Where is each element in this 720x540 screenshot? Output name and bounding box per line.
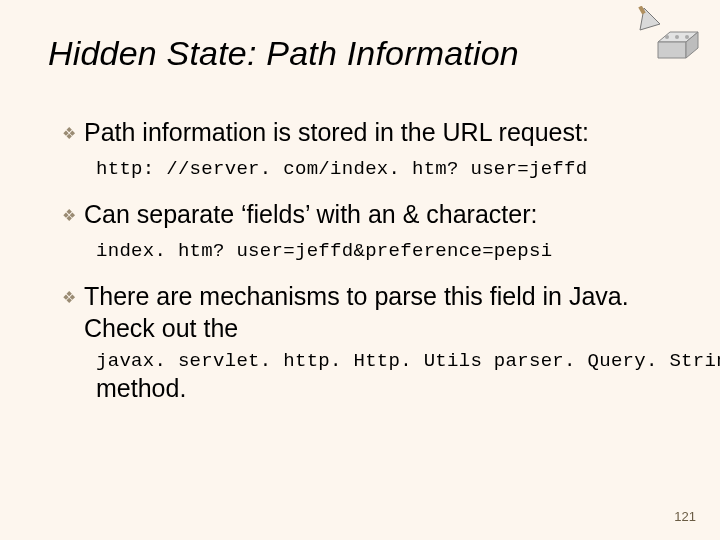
page-number: 121: [674, 509, 696, 524]
bullet-text: Can separate ‘fields’ with an & characte…: [84, 198, 537, 230]
code-example: javax. servlet. http. Http. Utils parser…: [96, 350, 662, 372]
code-example: index. htm? user=jeffd&preference=pepsi: [96, 240, 662, 262]
svg-marker-1: [658, 42, 686, 58]
svg-point-5: [685, 35, 689, 39]
diamond-bullet-icon: ❖: [62, 198, 84, 232]
trailing-text: method.: [96, 374, 662, 403]
slide-title: Hidden State: Path Information: [48, 34, 519, 73]
bullet-text: There are mechanisms to parse this field…: [84, 280, 662, 344]
bullet-item: ❖ Can separate ‘fields’ with an & charac…: [62, 198, 662, 232]
trowel-brick-icon: [630, 6, 710, 66]
slide: Hidden State: Path Information ❖ Path in…: [0, 0, 720, 540]
diamond-bullet-icon: ❖: [62, 116, 84, 150]
slide-body: ❖ Path information is stored in the URL …: [62, 116, 662, 403]
code-example: http: //server. com/index. htm? user=jef…: [96, 158, 662, 180]
svg-point-3: [665, 35, 669, 39]
bullet-item: ❖ Path information is stored in the URL …: [62, 116, 662, 150]
bullet-item: ❖ There are mechanisms to parse this fie…: [62, 280, 662, 344]
svg-point-4: [675, 35, 679, 39]
bullet-text: Path information is stored in the URL re…: [84, 116, 589, 148]
diamond-bullet-icon: ❖: [62, 280, 84, 314]
